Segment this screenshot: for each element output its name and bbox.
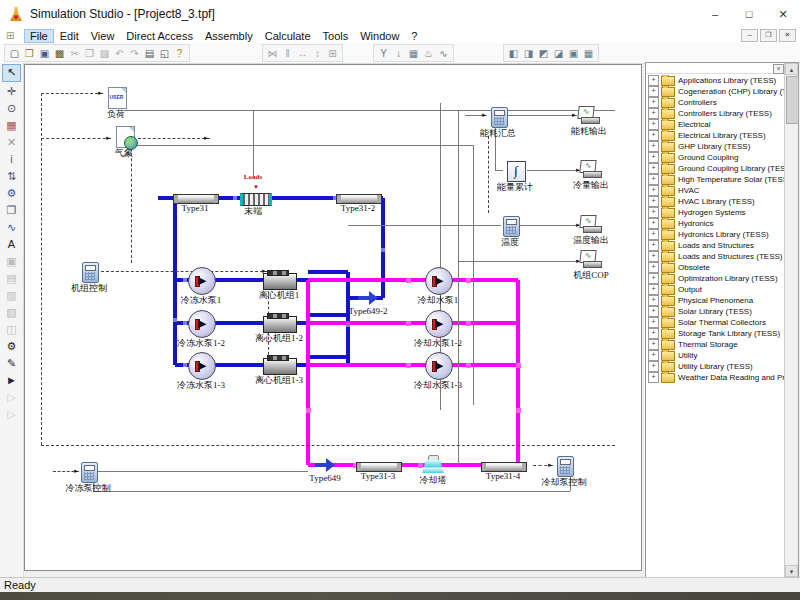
paste-icon[interactable]: ▨ — [97, 46, 112, 61]
scroll-up-icon[interactable]: ▲ — [785, 63, 798, 75]
zoom-tool-icon[interactable]: ⊙ — [3, 100, 20, 116]
pen-tool-icon[interactable]: ✎ — [3, 355, 20, 371]
tree-expand-icon[interactable]: + — [648, 306, 659, 317]
tree-expand-icon[interactable]: + — [648, 97, 659, 108]
scroll-down-icon[interactable]: ▼ — [785, 565, 798, 577]
component-chiller-1-3[interactable]: 离心机组1-3 — [263, 358, 295, 373]
mdi-minimize-button[interactable]: – — [741, 29, 758, 42]
menu-item-edit[interactable]: Edit — [54, 29, 85, 43]
minimize-button[interactable]: – — [698, 1, 732, 27]
print-icon[interactable]: ▤ — [142, 46, 157, 61]
close-button[interactable]: ✕ — [766, 1, 800, 27]
menu-item-?[interactable]: ? — [405, 29, 423, 43]
grid-arrange-icon[interactable]: ⊞ — [325, 46, 340, 61]
mdi-close-button[interactable]: ✕ — [779, 29, 796, 42]
tree-expand-icon[interactable]: + — [648, 130, 659, 141]
window-shade-icon[interactable]: ◪ — [551, 46, 566, 61]
component-temperature-calc[interactable]: 温度 — [503, 216, 518, 235]
table-icon[interactable]: ▦ — [406, 46, 421, 61]
same-height-icon[interactable]: ↕ — [310, 46, 325, 61]
tree-expand-icon[interactable]: + — [648, 163, 659, 174]
tree-item-weather-data-reading-and-process[interactable]: +Weather Data Reading and Process — [648, 372, 784, 383]
text-tool-icon[interactable]: A — [3, 236, 20, 252]
component-pipe-type31-3[interactable]: Type31-3 — [356, 462, 400, 470]
menu-item-tools[interactable]: Tools — [317, 29, 355, 43]
component-chw-pump-1[interactable]: ▶冷冻水泵1 — [188, 267, 214, 293]
copy-tool-icon[interactable]: ❐ — [3, 202, 20, 218]
save-all-icon[interactable]: ▩ — [52, 46, 67, 61]
tree-expand-icon[interactable]: + — [648, 174, 659, 185]
component-unit-control-calc[interactable]: 机组控制 — [82, 262, 97, 281]
component-cw-pump-control-calc[interactable]: 冷却泵控制 — [557, 456, 572, 475]
window-split-right-icon[interactable]: ◨ — [521, 46, 536, 61]
reorder-tool-icon[interactable]: ⇅ — [3, 168, 20, 184]
link-tool-icon[interactable]: ∿ — [3, 219, 20, 235]
tree-expand-icon[interactable]: + — [648, 152, 659, 163]
print-preview-icon[interactable]: ◱ — [157, 46, 172, 61]
component-chw-pump-control-calc[interactable]: 冷冻泵控制 — [81, 462, 96, 481]
component-diverter-type649[interactable]: Type649 — [315, 458, 335, 472]
component-unit-cop-printer[interactable]: ∿机组COP — [580, 250, 602, 268]
pointer-tool-icon[interactable]: ↖ — [2, 64, 21, 82]
component-cw-pump-1-2[interactable]: ▶冷却水泵1-2 — [425, 310, 451, 336]
trace-icon[interactable]: ∿ — [436, 46, 451, 61]
align-vertical-icon[interactable]: ‖ — [280, 46, 295, 61]
component-cw-pump-1[interactable]: ▶冷却水泵1 — [425, 267, 451, 293]
run-tool-icon[interactable]: ► — [3, 372, 20, 388]
tree-expand-icon[interactable]: + — [648, 86, 659, 97]
component-energy-output-printer[interactable]: ∿能耗输出 — [578, 106, 600, 124]
tree-expand-icon[interactable]: + — [648, 328, 659, 339]
download-icon[interactable]: ↓ — [391, 46, 406, 61]
redo-icon[interactable]: ↷ — [127, 46, 142, 61]
layout-tool-1-icon[interactable]: ▣ — [3, 253, 20, 269]
window-cascade-icon[interactable]: ▣ — [566, 46, 581, 61]
tree-expand-icon[interactable]: + — [648, 284, 659, 295]
wrench-tool-icon[interactable]: ⚙ — [3, 185, 20, 201]
maximize-button[interactable]: □ — [732, 1, 766, 27]
delete-tool-icon[interactable]: ✕ — [3, 134, 20, 150]
menu-item-view[interactable]: View — [85, 29, 121, 43]
tree-expand-icon[interactable]: + — [648, 262, 659, 273]
tree-expand-icon[interactable]: + — [648, 229, 659, 240]
component-diverter-type649-2[interactable]: Type649-2 — [358, 291, 378, 305]
tree-expand-icon[interactable]: + — [648, 196, 659, 207]
layout-tool-4-icon[interactable]: ▧ — [3, 304, 20, 320]
tree-expand-icon[interactable]: + — [648, 218, 659, 229]
tree-expand-icon[interactable]: + — [648, 361, 659, 372]
help-icon[interactable]: ? — [172, 46, 187, 61]
hierarchy-icon[interactable]: Y — [376, 46, 391, 61]
tree-expand-icon[interactable]: + — [648, 339, 659, 350]
tree-expand-icon[interactable]: + — [648, 350, 659, 361]
menu-item-assembly[interactable]: Assembly — [199, 29, 259, 43]
window-split-left-icon[interactable]: ◧ — [506, 46, 521, 61]
component-pipe-type31-4[interactable]: Type31-4 — [481, 462, 525, 470]
component-chiller-1-2[interactable]: 离心机组1-2 — [263, 316, 295, 331]
tree-expand-icon[interactable]: + — [648, 185, 659, 196]
component-energy-summary-calc[interactable]: 能耗汇总 — [491, 107, 506, 126]
tree-expand-icon[interactable]: + — [648, 141, 659, 152]
component-cooling-output-printer[interactable]: ∿冷量输出 — [580, 160, 602, 178]
menu-item-direct-access[interactable]: Direct Access — [120, 29, 199, 43]
tree-expand-icon[interactable]: + — [648, 295, 659, 306]
component-chw-pump-1-2[interactable]: ▶冷冻水泵1-2 — [188, 310, 214, 336]
component-pipe-type31[interactable]: Type31 — [173, 194, 217, 202]
scrollbar-thumb[interactable] — [786, 76, 799, 124]
cut-icon[interactable]: ✂ — [67, 46, 82, 61]
tree-close-button[interactable]: x — [773, 64, 784, 74]
tree-scrollbar[interactable]: ▲ ▼ — [784, 63, 798, 577]
new-file-icon[interactable]: ▢ — [7, 46, 22, 61]
tree-expand-icon[interactable]: + — [648, 240, 659, 251]
palette-tool-icon[interactable]: ▦ — [3, 117, 20, 133]
same-width-icon[interactable]: ↔ — [295, 46, 310, 61]
component-weather-reader[interactable]: 气象 — [116, 126, 133, 146]
align-horizontal-icon[interactable]: ⋈ — [265, 46, 280, 61]
component-temperature-output-printer[interactable]: ∿温度输出 — [580, 215, 602, 233]
tree-expand-icon[interactable]: + — [648, 251, 659, 262]
layout-tool-5-icon[interactable]: ◫ — [3, 321, 20, 337]
info-tool-icon[interactable]: i — [3, 151, 20, 167]
component-cooling-tower[interactable]: 冷却塔 — [422, 455, 444, 473]
lab-icon[interactable]: ♨ — [421, 46, 436, 61]
component-pipe-type31-2[interactable]: Type31-2 — [336, 194, 380, 202]
layout-tool-2-icon[interactable]: ▤ — [3, 270, 20, 286]
component-chw-pump-1-3[interactable]: ▶冷冻水泵1-3 — [188, 352, 214, 378]
